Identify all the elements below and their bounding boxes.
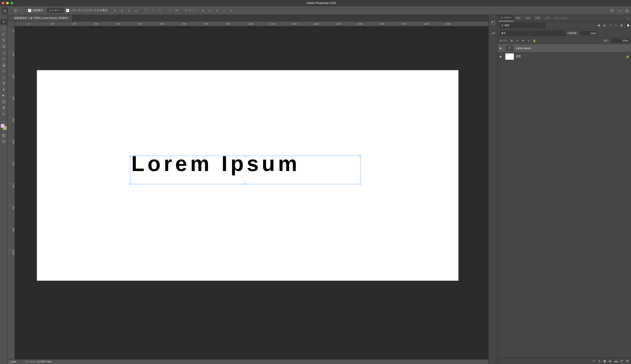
show-bounding-box-checkbox[interactable]: ✓ バウンディングボックスを表示 <box>66 8 107 12</box>
stamp-tool[interactable] <box>1 62 7 68</box>
new-layer-icon[interactable]: ⊞ <box>620 360 623 363</box>
crop-tool[interactable] <box>1 44 7 49</box>
zoom-window-button[interactable] <box>11 2 13 4</box>
delete-layer-icon[interactable]: 🗑 <box>626 360 629 363</box>
align-right-icon[interactable]: ▮ <box>127 8 131 13</box>
share-icon[interactable] <box>625 8 629 13</box>
history-panel-icon[interactable] <box>491 20 496 26</box>
collapse-indicator-icon[interactable]: ›› <box>624 15 625 17</box>
link-layers-icon[interactable]: ⚯ <box>593 360 595 363</box>
transform-handle[interactable] <box>359 183 361 185</box>
workspace-switcher-icon[interactable]: ▭⌄ <box>617 8 622 13</box>
type-tool[interactable] <box>1 80 7 86</box>
transform-box[interactable] <box>130 156 360 184</box>
transform-handle[interactable] <box>244 155 246 157</box>
auto-select-checkbox[interactable]: ✓ 自動選択 : <box>28 8 45 12</box>
transform-handle[interactable] <box>129 183 131 185</box>
close-window-button[interactable] <box>2 2 5 4</box>
layer-thumbnail[interactable] <box>505 53 514 60</box>
search-icon[interactable] <box>610 8 614 13</box>
brush-tool[interactable] <box>1 56 7 62</box>
distribute-center-v-icon[interactable]: ┃ <box>151 8 155 13</box>
gradient-tool[interactable] <box>1 74 7 80</box>
transform-handle[interactable] <box>129 155 131 157</box>
lock-artboard-icon[interactable]: ▭ <box>527 39 530 42</box>
path-tool[interactable] <box>1 93 7 98</box>
close-tab-icon[interactable]: × <box>11 17 12 20</box>
opacity-input[interactable]: 100% <box>580 31 597 35</box>
shape-tool[interactable] <box>1 99 7 104</box>
visibility-icon[interactable]: ◉ <box>500 47 503 50</box>
fill-input[interactable]: 100% <box>612 38 629 42</box>
marquee-tool[interactable] <box>1 25 7 31</box>
file-size-info[interactable]: ファイル : 5.27M/1.76M <box>25 360 51 363</box>
panel-menu-icon[interactable]: ≡ <box>625 17 630 20</box>
adjustment-layer-icon[interactable]: ◐ <box>609 360 611 363</box>
tab-paragraph[interactable]: 段落 <box>533 15 542 21</box>
foreground-color[interactable] <box>1 124 5 128</box>
horizontal-ruler[interactable]: 0100200300400500600700800900100011001200… <box>8 22 488 26</box>
layer-style-icon[interactable]: fx <box>598 360 600 363</box>
auto-select-target-dropdown[interactable]: レイヤー <box>47 8 64 13</box>
align-left-icon[interactable]: ▮ <box>113 8 117 13</box>
distribute-bottom-icon[interactable]: ┃ <box>158 8 162 13</box>
tab-character[interactable]: 文字 <box>542 15 552 21</box>
chevron-right-icon[interactable]: › <box>56 360 56 363</box>
layer-item[interactable]: ◉ 背景 🔒 <box>498 52 631 61</box>
color-swatches[interactable] <box>1 124 7 130</box>
collapse-indicator-icon[interactable]: ‹‹ <box>493 16 494 18</box>
layer-name[interactable]: 背景 <box>516 54 624 58</box>
visibility-icon[interactable]: ◉ <box>500 55 503 58</box>
vertical-ruler[interactable]: 01002003004005006007008009001000 <box>8 26 15 359</box>
eyedropper-tool[interactable] <box>1 50 7 56</box>
eraser-tool[interactable] <box>1 68 7 74</box>
lock-transparency-icon[interactable]: ▨ <box>510 39 513 42</box>
selection-tool[interactable] <box>1 38 7 43</box>
filter-adjustment-icon[interactable]: ◐ <box>603 24 606 27</box>
screen-mode-icon[interactable] <box>1 139 7 144</box>
tab-channels[interactable]: チャンネル <box>552 15 570 21</box>
layer-thumbnail[interactable]: T <box>505 45 514 52</box>
minimize-window-button[interactable] <box>6 2 9 4</box>
distribute-top-icon[interactable]: ┃ <box>144 8 148 13</box>
canvas[interactable]: Lorem Ipsum <box>15 26 488 359</box>
tab-info[interactable]: 情報 <box>523 15 533 21</box>
pen-tool[interactable] <box>1 86 7 92</box>
swap-colors-icon[interactable]: ⤾ <box>1 120 7 122</box>
more-options-icon[interactable]: ••• <box>175 8 179 13</box>
hand-tool[interactable] <box>1 105 7 111</box>
align-top-icon[interactable]: ▬ <box>134 8 138 13</box>
move-tool-icon[interactable] <box>14 8 18 13</box>
filter-pixel-icon[interactable]: ▦ <box>597 24 601 27</box>
filter-toggle-icon[interactable] <box>627 24 629 26</box>
quick-mask-icon[interactable] <box>1 133 7 138</box>
group-layers-icon[interactable]: ▬ <box>614 360 617 363</box>
layer-name[interactable]: Lorem Ipsum <box>516 47 629 50</box>
adjustments-panel-icon[interactable] <box>491 31 496 36</box>
layer-mask-icon[interactable]: ◼ <box>603 360 606 363</box>
collapse-indicator-icon[interactable]: ‹‹ <box>3 16 5 19</box>
blend-mode-dropdown[interactable]: 通常 <box>500 31 565 36</box>
move-tool[interactable] <box>1 19 7 25</box>
tab-properties[interactable]: 属性 <box>514 15 523 21</box>
filter-shape-icon[interactable]: ▱ <box>614 24 618 27</box>
lock-icon[interactable]: 🔒 <box>626 55 629 58</box>
transform-handle[interactable] <box>359 155 361 157</box>
chevron-down-icon[interactable]: ⌄ <box>21 9 23 12</box>
layer-item[interactable]: ◉ T Lorem Ipsum <box>498 44 631 52</box>
lock-pixels-icon[interactable]: ✎ <box>516 39 519 42</box>
filter-smart-icon[interactable]: ◧ <box>620 24 623 27</box>
filter-type-dropdown[interactable]: 種類 <box>500 23 546 28</box>
document-tab[interactable]: × 名称未設定 1 @ 100% (Lorem Ipsum, RGB/8) * <box>8 15 72 21</box>
distribute-h-icon[interactable]: ┃ <box>168 8 172 13</box>
lasso-tool[interactable] <box>1 31 7 37</box>
home-button[interactable] <box>2 8 8 14</box>
zoom-tool[interactable] <box>1 111 7 117</box>
filter-type-icon[interactable]: T <box>609 24 612 27</box>
align-center-h-icon[interactable]: ▮ <box>120 8 124 13</box>
lock-all-icon[interactable]: 🔒 <box>533 39 536 42</box>
zoom-level[interactable]: 100% <box>10 360 16 363</box>
transform-handle[interactable] <box>244 183 246 185</box>
lock-position-icon[interactable]: ✥ <box>521 39 525 42</box>
tab-layers[interactable]: レイヤー <box>499 15 514 21</box>
